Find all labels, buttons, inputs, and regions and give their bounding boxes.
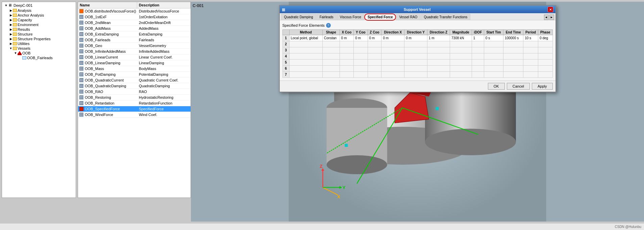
cell-2-4[interactable]	[354, 47, 368, 53]
cell-5-1[interactable]	[289, 66, 322, 72]
cancel-button[interactable]: Cancel	[507, 83, 530, 90]
file-item-2[interactable]: OOB_2ndMean2ndOrderMeanDrift	[78, 20, 191, 26]
cell-0-3[interactable]: 0 m	[340, 35, 354, 41]
cell-6-1[interactable]	[289, 72, 322, 78]
cell-3-4[interactable]	[354, 53, 368, 60]
cell-6-3[interactable]	[340, 72, 354, 78]
cell-5-8[interactable]	[427, 66, 450, 72]
cell-4-10[interactable]	[472, 60, 484, 66]
toggle-anchor[interactable]: ▶	[9, 13, 13, 17]
file-item-16[interactable]: OOB_RetardationRetardationFunction	[78, 100, 191, 106]
cell-2-5[interactable]	[368, 47, 381, 53]
tree-item-results[interactable]: ▶ Results	[3, 27, 75, 32]
cell-6-2[interactable]	[322, 72, 340, 78]
cell-5-4[interactable]	[354, 66, 368, 72]
cell-0-5[interactable]: 0 m	[368, 35, 381, 41]
cell-1-14[interactable]	[538, 41, 552, 47]
toggle-structureprops[interactable]: ▶	[9, 37, 13, 41]
tree-item-analysis[interactable]: ▶ Analysis	[3, 8, 75, 13]
file-item-13[interactable]: OOB_QuadraticDampingQuadraticDamping	[78, 83, 191, 89]
tree-item-capacity[interactable]: ▶ Capacity	[3, 18, 75, 22]
file-item-0[interactable]: OOB.distributedViscousForce()Distributed…	[78, 8, 191, 14]
cell-3-13[interactable]	[523, 53, 538, 60]
cell-1-8[interactable]	[427, 41, 450, 47]
file-item-10[interactable]: OOB_MassBodyMass	[78, 66, 191, 72]
cell-3-2[interactable]	[322, 53, 340, 60]
file-item-14[interactable]: OOB_RAORAO	[78, 89, 191, 95]
cell-5-9[interactable]	[450, 66, 472, 72]
cell-2-12[interactable]	[503, 47, 523, 53]
toggle-oob[interactable]: ▼	[14, 51, 18, 55]
cell-4-8[interactable]	[427, 60, 450, 66]
cell-0-9[interactable]: 7308 kN	[450, 35, 472, 41]
cell-3-9[interactable]	[450, 53, 472, 60]
cell-0-8[interactable]: 1 m	[427, 35, 450, 41]
cell-1-2[interactable]	[322, 41, 340, 47]
cell-6-12[interactable]	[503, 72, 523, 78]
tab-fairleads[interactable]: Fairleads	[317, 14, 337, 20]
cell-6-13[interactable]	[523, 72, 538, 78]
toggle-results[interactable]: ▶	[9, 27, 13, 31]
cell-6-4[interactable]	[354, 72, 368, 78]
cell-0-6[interactable]: 0 m	[381, 35, 404, 41]
toggle-capacity[interactable]: ▶	[9, 18, 13, 22]
cell-3-8[interactable]	[427, 53, 450, 60]
table-row-2[interactable]: 3	[282, 47, 552, 53]
tab-vessel-rao[interactable]: Vessel RAO	[396, 14, 420, 20]
cell-5-2[interactable]	[322, 66, 340, 72]
file-item-4[interactable]: OOB_ExtraDampingExtraDamping	[78, 31, 191, 37]
file-item-11[interactable]: OOB_PotDampingPotentialDamping	[78, 72, 191, 77]
tree-item-oob[interactable]: ▼ OOB	[3, 51, 75, 55]
cell-5-12[interactable]	[503, 66, 523, 72]
cell-0-13[interactable]: 10 s	[523, 35, 538, 41]
cell-6-9[interactable]	[450, 72, 472, 78]
toggle-utilities[interactable]: ▶	[9, 42, 13, 46]
tree-item-utilities[interactable]: ▶ Utilities	[3, 41, 75, 46]
cell-0-1[interactable]: Local point, global	[289, 35, 322, 41]
cell-0-11[interactable]: 0 s	[484, 35, 503, 41]
cell-1-1[interactable]	[289, 41, 322, 47]
tree-item-anchor[interactable]: ▶ Anchor Analysis	[3, 13, 75, 18]
cell-6-5[interactable]	[368, 72, 381, 78]
tree-item-oob-fairleads[interactable]: ▶ OOB_Fairleads	[3, 55, 75, 60]
file-item-5[interactable]: OOB_FairleadsFairleads	[78, 37, 191, 43]
cell-5-10[interactable]	[472, 66, 484, 72]
cell-0-12[interactable]: 100000 s	[503, 35, 523, 41]
cell-1-6[interactable]	[381, 41, 404, 47]
ok-button[interactable]: OK	[488, 83, 505, 90]
cell-2-2[interactable]	[322, 47, 340, 53]
cell-6-7[interactable]	[404, 72, 427, 78]
file-item-9[interactable]: OOB_LinearDampingLinearDamping	[78, 60, 191, 66]
cell-3-14[interactable]	[538, 53, 552, 60]
cell-5-7[interactable]	[404, 66, 427, 72]
tab-viscous-force[interactable]: Viscous Force	[337, 14, 364, 20]
cell-0-10[interactable]: 1	[472, 35, 484, 41]
cell-1-13[interactable]	[523, 41, 538, 47]
file-item-15[interactable]: OOB_RestoringHydrostaticRestoring	[78, 95, 191, 100]
file-item-6[interactable]: OOB_GeoVesselGeometry	[78, 43, 191, 49]
tree-item-vessels[interactable]: ▼ Vessels	[3, 46, 75, 51]
table-row-6[interactable]: 7	[282, 72, 552, 78]
cell-4-9[interactable]	[450, 60, 472, 66]
cell-0-2[interactable]: Constan	[322, 35, 340, 41]
cell-1-11[interactable]	[484, 41, 503, 47]
cell-3-3[interactable]	[340, 53, 354, 60]
file-item-17[interactable]: OOB_SpecifiedForceSpecifiedForce	[78, 106, 191, 112]
cell-2-7[interactable]	[404, 47, 427, 53]
table-row-5[interactable]: 6	[282, 66, 552, 72]
cell-6-6[interactable]	[381, 72, 404, 78]
cell-6-11[interactable]	[484, 72, 503, 78]
col-header-name[interactable]: Name	[78, 2, 137, 8]
tree-item-structureprops[interactable]: ▶ Structure Properties	[3, 37, 75, 41]
cell-2-6[interactable]	[381, 47, 404, 53]
tab-quadratic-damping[interactable]: Quadratic Damping	[281, 14, 316, 20]
cell-5-3[interactable]	[340, 66, 354, 72]
tree-item-structure[interactable]: ▶ Structure	[3, 32, 75, 37]
cell-5-6[interactable]	[381, 66, 404, 72]
cell-1-9[interactable]	[450, 41, 472, 47]
tree-item-environment[interactable]: ▶ Environment	[3, 22, 75, 27]
toggle-environment[interactable]: ▶	[9, 23, 13, 27]
tab-prev-button[interactable]: ◄	[544, 15, 549, 20]
cell-4-13[interactable]	[523, 60, 538, 66]
cell-1-5[interactable]	[368, 41, 381, 47]
